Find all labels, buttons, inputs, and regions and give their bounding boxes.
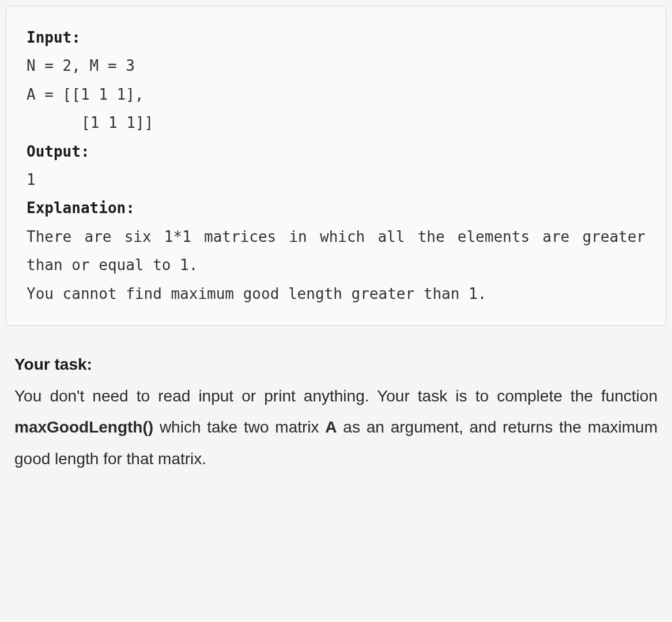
explanation-label: Explanation: [27, 194, 645, 222]
function-name: maxGoodLength() [14, 418, 153, 436]
output-label: Output: [27, 138, 645, 166]
task-label: Your task: [14, 349, 658, 381]
example-box: Input: N = 2, M = 3 A = [[1 1 1], [1 1 1… [6, 6, 666, 326]
input-label: Input: [27, 24, 645, 52]
task-text-before: You don't need to read input or print an… [14, 387, 658, 405]
explanation-line-1: There are six 1*1 matrices in which all … [27, 223, 645, 280]
matrix-name: A [325, 418, 337, 436]
explanation-line-2: You cannot find maximum good length grea… [27, 280, 645, 308]
task-section: Your task: You don't need to read input … [6, 346, 666, 477]
output-value: 1 [27, 166, 645, 194]
input-line-1: N = 2, M = 3 [27, 52, 645, 80]
task-description: You don't need to read input or print an… [14, 381, 658, 475]
task-text-mid: which take two matrix [153, 418, 325, 436]
input-line-3: [1 1 1]] [27, 109, 645, 137]
input-line-2: A = [[1 1 1], [27, 81, 645, 109]
